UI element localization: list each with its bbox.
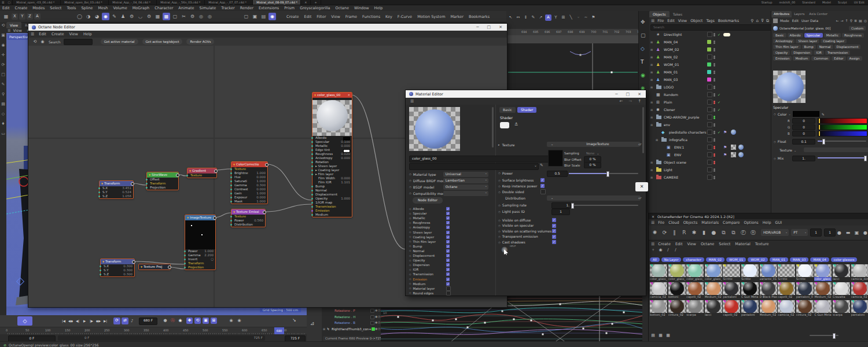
cut-tool-icon[interactable]: ✂ [180, 13, 187, 20]
expand-icon[interactable]: ⊞ [650, 176, 653, 179]
folder-icon[interactable]: ▱ [638, 142, 643, 147]
material-thumbnail[interactable] [796, 264, 814, 277]
footer-list-view-icon[interactable]: ▤ [650, 333, 656, 339]
traffic-dots[interactable] [713, 47, 715, 52]
imagetexture-button[interactable]: ImageTexture [555, 142, 641, 147]
magnet-tool-icon[interactable]: ◡ [137, 13, 144, 20]
input-port[interactable] [311, 153, 313, 155]
attr-chip-metallic[interactable]: Metallic [824, 33, 841, 38]
attr-chip-medium[interactable]: Medium [793, 56, 810, 61]
fcurve-tool-11-icon[interactable]: ⚑ [590, 14, 597, 21]
node-row-s-z[interactable]: S.Z1.056 [100, 194, 133, 198]
visibility-checkbox[interactable] [707, 160, 712, 165]
traffic-dots[interactable] [713, 77, 715, 82]
attr-chip-editor[interactable]: Editor [832, 56, 845, 61]
objects-pop-out-icon[interactable]: ⧉ [766, 19, 769, 23]
visibility-checkbox[interactable] [707, 137, 712, 142]
left-tool-5-icon[interactable]: □ [1, 72, 6, 77]
layer-chip-character[interactable]: character [683, 257, 704, 262]
timeline-menu-functions[interactable]: Functions [362, 14, 380, 19]
menu-modes[interactable]: Modes [32, 6, 45, 10]
channel-checkbox[interactable]: ✓ [446, 207, 450, 211]
menu-select[interactable]: Select [50, 6, 61, 10]
color-swatch[interactable] [793, 111, 819, 117]
octane-menu-options[interactable]: Options [744, 220, 759, 225]
attributes-up-icon[interactable]: ↑ [845, 19, 848, 23]
range-slider[interactable]: 0 F725 F [58, 335, 265, 341]
open-fcurve-icon[interactable]: ↘ [292, 318, 299, 324]
traffic-dots[interactable] [713, 138, 715, 142]
material-pantaloni-0-1-8[interactable]: pantaloni_0 [796, 282, 814, 300]
tab-add-icon[interactable]: + [311, 0, 321, 5]
material-thumbnail[interactable] [705, 300, 722, 313]
node-output-port[interactable] [168, 265, 171, 269]
timeline-menu-motion-system[interactable]: Motion System [417, 14, 445, 19]
material-capelli-02-1-2[interactable]: capelli_02 [686, 282, 704, 300]
fcurve-tool-8-icon[interactable]: ╲ [568, 14, 574, 21]
attr-chip-bump[interactable]: Bump [802, 45, 816, 49]
material-thumbnail[interactable] [833, 264, 850, 277]
objects-tab-takes[interactable]: Takes [670, 11, 686, 17]
tree-item-env[interactable]: ▣ENV⚑ [649, 151, 771, 158]
material-thumbnail[interactable] [668, 282, 686, 295]
expand-arrow-icon[interactable]: ▸ [498, 143, 500, 146]
traffic-dots[interactable] [713, 40, 715, 45]
material-preview[interactable] [409, 107, 460, 151]
layout-grid-icon[interactable]: ▦ [2, 13, 10, 20]
keyframe-diamond-icon[interactable]: ◇ [409, 291, 411, 294]
material-scritte-0-8[interactable]: Scritte [796, 264, 814, 282]
layer-chip-all[interactable]: All [650, 257, 660, 262]
node-row-gamma[interactable]: Gamma0.300 [231, 183, 267, 187]
visibility-checkbox[interactable] [707, 54, 712, 60]
octane-menu-help[interactable]: Help [763, 220, 771, 225]
node-row-texture[interactable]: Texture [231, 215, 265, 219]
checkbox[interactable]: ✓ [552, 240, 556, 244]
node-output-port[interactable] [265, 163, 269, 167]
material-thumbnail[interactable] [650, 300, 667, 313]
material-cintura-02-2-8[interactable]: cintura_02 [796, 300, 814, 318]
playbar-record-parameter-icon[interactable]: ⊠ [211, 318, 217, 324]
material-thumbnail[interactable] [741, 282, 759, 295]
hamburger-icon[interactable]: ☰ [31, 32, 34, 36]
node-row-1-ior-map[interactable]: 1/IOR map [312, 201, 352, 205]
node-collapse-icon[interactable]: ▼ [101, 181, 103, 186]
material-thumbnail[interactable] [833, 282, 850, 295]
render-aovs-button[interactable]: Render AOVs [186, 39, 214, 45]
spinbox-2[interactable]: 1 [824, 228, 836, 237]
tag-material-icon[interactable] [738, 152, 744, 157]
attr-chip-ior[interactable]: IOR [814, 50, 824, 55]
sound-icon[interactable]: ♪ [131, 318, 137, 324]
expand-icon[interactable]: ⊞ [650, 161, 653, 164]
maximize-icon[interactable]: □ [626, 92, 630, 97]
tree-item-cmd-arrow-purple[interactable]: ⊞CMD-ARROW_purple [649, 113, 771, 121]
keyframe-diamond-icon[interactable]: ◇ [409, 259, 411, 262]
menu-extensions[interactable]: Extensions [259, 6, 279, 10]
objects-menu-file[interactable]: File [657, 19, 664, 23]
material-thumbnail[interactable] [705, 264, 722, 277]
tag-flag-icon[interactable]: ⚑ [723, 145, 727, 150]
transport-go-to-start-icon[interactable]: |◀ [60, 319, 67, 323]
keyframe-presets-icon[interactable]: ◉ [236, 318, 242, 324]
menu-octane[interactable]: Octane [336, 6, 349, 10]
octane-post-icon[interactable]: ● [862, 229, 868, 237]
octane-region-icon[interactable]: ● [709, 228, 718, 237]
checkbox[interactable]: ✓ [540, 178, 545, 182]
tree-item-object-scene[interactable]: ⊞Object scene [649, 158, 771, 166]
input-port[interactable] [230, 193, 232, 194]
workplane-icon[interactable]: ▢ [171, 13, 179, 20]
traffic-dots[interactable] [713, 62, 715, 67]
keyframe-diamond-icon[interactable]: ◇ [498, 241, 501, 244]
node-header[interactable]: ▼ImageTexture [185, 215, 215, 220]
attributes-tab-axis-center[interactable]: Axis Center [807, 11, 830, 17]
layer-color-square[interactable] [707, 62, 711, 67]
tree-item-man-01[interactable]: ⊞♟MAN_01 [649, 68, 771, 76]
minimize-icon[interactable]: ─ [476, 25, 479, 29]
keyframe-diamond-icon[interactable]: ◇ [409, 235, 411, 238]
channel-checkbox[interactable]: ✓ [446, 254, 450, 257]
keyframe-diamond-icon[interactable]: ◇ [774, 157, 776, 160]
close-icon[interactable]: ✕ [638, 92, 641, 97]
attr-chip-albedo[interactable]: Albedo [788, 33, 803, 38]
input-port[interactable] [146, 183, 148, 184]
keyframe-diamond-icon[interactable]: ◇ [409, 254, 411, 257]
material-c-gun-meta-2-9[interactable]: C Gun Meta [814, 300, 832, 318]
